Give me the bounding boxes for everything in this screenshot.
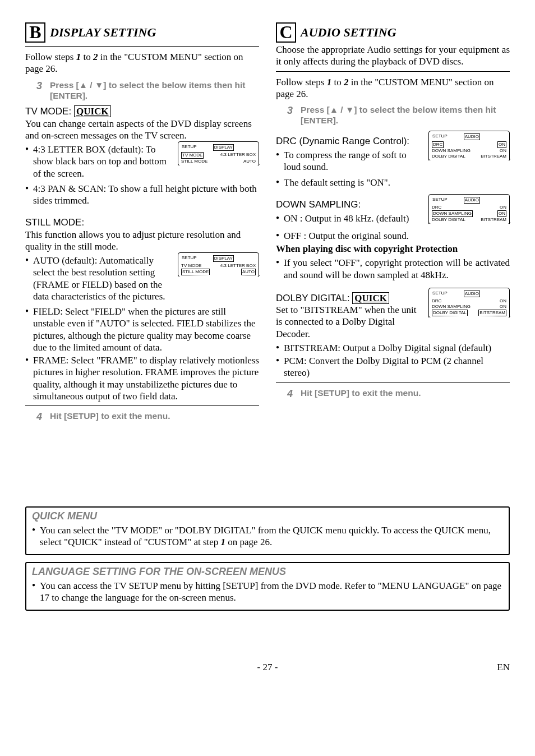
divider (276, 382, 510, 383)
osd-audio: SETUP AUDIO DRCON DOWN SAMPLINGON DOLBY … (428, 288, 510, 321)
drc-head: DRC (Dynamic Range Control): (276, 135, 424, 147)
bullet: OFF : Output the original sound. (276, 230, 510, 242)
k: DOWN SAMPLING (432, 148, 471, 154)
intro-text: Follow steps 1 to 2 in the "CUSTOM MENU"… (25, 51, 259, 75)
v: 4:3 LETTER BOX (220, 152, 256, 159)
txt: 1 (327, 77, 332, 87)
step-text: Press [▲ / ▼] to select the below items … (301, 104, 510, 126)
txt: on page 26. (225, 537, 272, 547)
v: BITSTREAM (478, 310, 506, 316)
page-number: - 27 - (257, 662, 278, 672)
right-column: C AUDIO SETTING Choose the appropriate A… (276, 22, 510, 428)
txt: Follow steps (25, 52, 76, 62)
drc-row: DRC (Dynamic Range Control): To compress… (276, 131, 510, 174)
dolby-row: DOLBY DIGITAL: QUICK Set to "BITSTREAM" … (276, 288, 510, 340)
step-number: 3 (36, 80, 42, 93)
osd-audio: SETUP AUDIO DRCON DOWN SAMPLINGON DOLBY … (428, 131, 510, 164)
bullet: You can access the TV SETUP menu by hitt… (32, 580, 503, 604)
k: DOWN SAMPLING (432, 304, 471, 310)
bottom-area: QUICK MENU You can select the "TV MODE" … (25, 506, 510, 611)
osd-tab: SETUP (181, 255, 197, 262)
bullet: You can select the "TV MODE" or "DOLBY D… (32, 524, 503, 548)
k: DRC (432, 141, 444, 148)
section-b-head: B DISPLAY SETTING (25, 22, 259, 43)
tv-mode-row: 4:3 LETTER BOX (default): To show black … (25, 141, 259, 181)
k: TV MODE (181, 263, 201, 269)
bullet: PCM: Convert the Dolby Digital to PCM (2… (276, 355, 510, 379)
v: ON (500, 298, 506, 304)
follow-text: Follow steps 1 to 2 in the "CUSTOM MENU"… (276, 76, 510, 100)
v: ON (500, 205, 506, 210)
step-number: 4 (287, 388, 293, 400)
lang-code: EN (497, 661, 510, 673)
bullet: 4:3 PAN & SCAN: To show a full height pi… (25, 183, 259, 207)
bullet: BITSTREAM: Output a Dolby Digital signal… (276, 342, 510, 354)
bullet-list: AUTO (default): Automatically select the… (25, 255, 173, 302)
osd-tab: SETUP (181, 144, 197, 151)
osd-display: SETUP DISPLAY TV MODE4:3 LETTER BOX STIL… (178, 141, 259, 169)
bullet: If you select "OFF", copyright protectio… (276, 257, 510, 281)
quick-menu-box: QUICK MENU You can select the "TV MODE" … (25, 506, 510, 555)
section-letter: C (276, 22, 296, 43)
bullet: FRAME: Select "FRAME" to display relativ… (25, 354, 259, 402)
tv-mode-desc: You can change certain aspects of the DV… (25, 118, 259, 142)
step-text: Hit [SETUP] to exit the menu. (301, 388, 421, 398)
divider (276, 71, 510, 72)
divider (25, 405, 259, 406)
bullet-list: To compress the range of soft to loud so… (276, 149, 424, 173)
page-footer: - 27 - EN (25, 661, 510, 673)
bullet-list: If you select "OFF", copyright protectio… (276, 257, 510, 281)
bullet: The default setting is "ON". (276, 177, 510, 188)
osd-tab: AUDIO (464, 291, 480, 297)
txt: 1 (76, 52, 81, 62)
step-3: 3 Press [▲ / ▼] to select the below item… (36, 80, 259, 102)
osd-tab: DISPLAY (213, 255, 234, 262)
step-4: 4 Hit [SETUP] to exit the menu. (36, 411, 259, 423)
bullet-list: OFF : Output the original sound. (276, 230, 510, 242)
txt: 1 (221, 537, 226, 547)
box-head: LANGUAGE SETTING FOR THE ON-SCREEN MENUS (32, 565, 503, 578)
txt: to (81, 52, 93, 62)
osd-tab: SETUP (432, 197, 448, 204)
left-column: B DISPLAY SETTING Follow steps 1 to 2 in… (25, 22, 259, 428)
two-column-layout: B DISPLAY SETTING Follow steps 1 to 2 in… (25, 22, 510, 428)
bullet-list: You can access the TV SETUP menu by hitt… (32, 580, 503, 604)
step-number: 4 (36, 411, 42, 423)
step-3: 3 Press [▲ / ▼] to select the below item… (287, 104, 510, 126)
step-text: Hit [SETUP] to exit the menu. (50, 411, 170, 421)
box-head: QUICK MENU (32, 510, 503, 523)
osd-tab: DISPLAY (213, 144, 234, 151)
k: DOLBY DIGITAL (432, 310, 468, 316)
bullet-list: 4:3 LETTER BOX (default): To show black … (25, 144, 173, 179)
osd-tab: SETUP (432, 291, 448, 297)
k: DOWN SAMPLING (432, 210, 473, 217)
bullet-list: The default setting is "ON". (276, 177, 510, 188)
section-c-head: C AUDIO SETTING (276, 22, 510, 43)
k: DRC (432, 205, 441, 210)
bullet-list: BITSTREAM: Output a Dolby Digital signal… (276, 342, 510, 379)
quick-badge: QUICK (352, 292, 389, 304)
v: ON (497, 210, 506, 217)
txt: Follow steps (276, 77, 327, 87)
label: DOLBY DIGITAL: (276, 293, 352, 303)
bullet-list: FIELD: Select "FIELD" when the pictures … (25, 306, 259, 402)
bullet: ON : Output in 48 kHz. (default) (276, 213, 424, 224)
v: 4:3 LETTER BOX (220, 263, 256, 269)
osd-tab: AUDIO (464, 133, 480, 140)
bullet: AUTO (default): Automatically select the… (25, 255, 173, 302)
quick-badge: QUICK (74, 105, 111, 117)
step-number: 3 (287, 104, 293, 117)
language-setting-box: LANGUAGE SETTING FOR THE ON-SCREEN MENUS… (25, 562, 510, 611)
bullet-list: You can select the "TV MODE" or "DOLBY D… (32, 524, 503, 548)
k: DRC (432, 298, 441, 304)
tv-mode-head: TV MODE: QUICK (25, 105, 259, 117)
osd-audio: SETUP AUDIO DRCON DOWN SAMPLINGON DOLBY … (428, 194, 510, 228)
v: ON (500, 304, 506, 310)
k: TV MODE (181, 152, 204, 159)
bullet-list: ON : Output in 48 kHz. (default) (276, 213, 424, 224)
label: TV MODE: (25, 106, 74, 117)
copyright-head: When playing disc with copyright Protect… (276, 243, 510, 255)
v: ON (500, 148, 506, 154)
bullet: To compress the range of soft to loud so… (276, 149, 424, 173)
section-title: DISPLAY SETTING (50, 25, 156, 40)
